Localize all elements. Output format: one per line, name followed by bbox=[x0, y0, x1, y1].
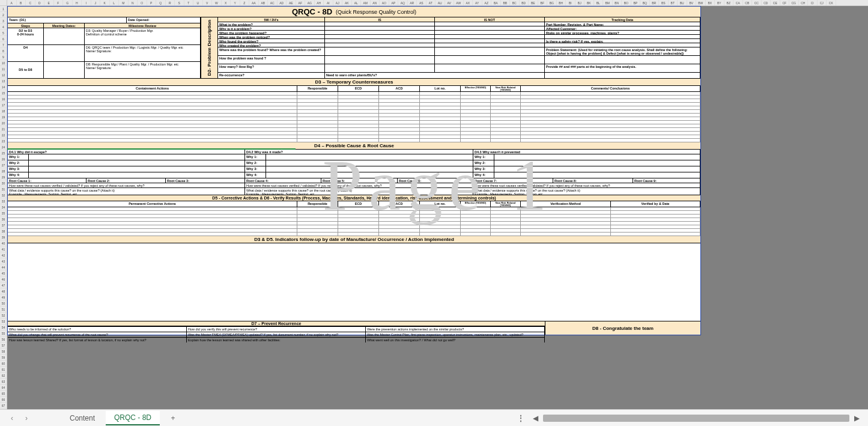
col-header[interactable]: Z bbox=[240, 0, 250, 5]
col-header[interactable]: L bbox=[110, 0, 120, 5]
col-header[interactable]: J bbox=[91, 0, 101, 5]
d4-ev3[interactable]: What data / evidence supports this cause… bbox=[473, 188, 700, 195]
col-header[interactable]: BG bbox=[547, 0, 557, 5]
col-header[interactable]: B bbox=[17, 0, 26, 5]
row-header[interactable]: 60 bbox=[0, 361, 7, 367]
row-header[interactable]: 38 bbox=[0, 228, 7, 234]
col-header[interactable]: CB bbox=[743, 0, 753, 5]
col-header[interactable]: BO bbox=[622, 0, 631, 5]
col-header[interactable]: BQ bbox=[640, 0, 650, 5]
d7-q2b[interactable]: Was the Master FMEA (DFMEA/PFMEA) update… bbox=[187, 332, 366, 337]
d4-rc9[interactable]: Root Cause 9: bbox=[633, 178, 700, 183]
col-header[interactable]: AA bbox=[249, 0, 259, 5]
row-header[interactable]: 50 bbox=[0, 300, 7, 306]
col-header[interactable]: W bbox=[212, 0, 222, 5]
d1-step3-desc[interactable]: D8: Responsible Mgr./ Plant / Quality Mg… bbox=[85, 62, 201, 78]
col-header[interactable]: BS bbox=[659, 0, 669, 5]
tab-nav-next[interactable]: › bbox=[20, 412, 32, 424]
row-header[interactable]: 67 bbox=[0, 403, 7, 409]
row-header[interactable]: 41 bbox=[0, 246, 7, 252]
row-header[interactable]: 25 bbox=[0, 150, 7, 156]
col-header[interactable]: CE bbox=[771, 0, 780, 5]
row-header[interactable]: 37 bbox=[0, 222, 7, 228]
row-header[interactable]: 58 bbox=[0, 348, 7, 354]
row-header[interactable]: 46 bbox=[0, 276, 7, 282]
row-header[interactable]: 55 bbox=[0, 330, 7, 336]
col-header[interactable]: AD bbox=[278, 0, 287, 5]
d1-step1[interactable]: D2 to D3 0-24 hours bbox=[8, 28, 44, 44]
col-header[interactable]: AS bbox=[417, 0, 426, 5]
d7-q1c[interactable]: Were the prevention actions implemented … bbox=[366, 327, 545, 332]
col-header[interactable]: AH bbox=[315, 0, 324, 5]
hscroll-left-icon[interactable]: ◀ bbox=[530, 414, 541, 422]
d1-step2-desc[interactable]: D6: QRQC team / Production Mgr. / Logist… bbox=[85, 45, 201, 61]
indicator-chart-area[interactable] bbox=[8, 243, 700, 321]
row-header[interactable]: 12 bbox=[0, 72, 7, 78]
row-header[interactable]: 45 bbox=[0, 270, 7, 276]
col-header[interactable]: AF bbox=[296, 0, 306, 5]
d7-q1a[interactable]: Who needs to be informed of the solution… bbox=[8, 327, 187, 332]
col-header[interactable]: AJ bbox=[333, 0, 343, 5]
row-header[interactable]: 40 bbox=[0, 240, 7, 246]
col-header[interactable]: AQ bbox=[398, 0, 408, 5]
row-header[interactable]: 52 bbox=[0, 312, 7, 318]
col-header[interactable]: AW bbox=[454, 0, 464, 5]
col-header[interactable]: AP bbox=[389, 0, 399, 5]
row-header[interactable]: 30 bbox=[0, 180, 7, 186]
row-header[interactable]: 8 bbox=[0, 48, 7, 54]
col-header[interactable]: AR bbox=[408, 0, 417, 5]
row-header[interactable]: 24 bbox=[0, 144, 7, 150]
tab-nav-prev[interactable]: ‹ bbox=[6, 412, 18, 424]
col-header[interactable]: AI bbox=[324, 0, 333, 5]
d7-q2c[interactable]: Was the Master Control Plan, first piece… bbox=[366, 332, 545, 337]
col-header[interactable]: BM bbox=[603, 0, 613, 5]
row-header[interactable]: 56 bbox=[0, 336, 7, 342]
row-header[interactable]: 17 bbox=[0, 102, 7, 108]
col-header[interactable]: BT bbox=[669, 0, 678, 5]
col-header[interactable]: CK bbox=[827, 0, 836, 5]
col-header[interactable]: BF bbox=[538, 0, 548, 5]
col-header[interactable]: CD bbox=[762, 0, 771, 5]
row-header[interactable]: 54 bbox=[0, 324, 7, 330]
col-header[interactable]: CF bbox=[780, 0, 790, 5]
d2-q-whyprob[interactable]: Why is it a problem? bbox=[218, 26, 325, 30]
col-header[interactable]: AK bbox=[342, 0, 352, 5]
row-header[interactable]: 29 bbox=[0, 174, 7, 180]
d2-q-how[interactable]: How the problem was found ? bbox=[218, 56, 325, 64]
row-header[interactable]: 4 bbox=[0, 24, 7, 30]
d2-q-when2[interactable]: When was the problem noticed? bbox=[218, 35, 325, 38]
d4-rc4[interactable]: Root Cause 4: bbox=[245, 178, 321, 183]
d1-step3[interactable]: D5 to D8 bbox=[8, 62, 44, 78]
col-header[interactable]: BL bbox=[594, 0, 604, 5]
col-header[interactable]: N bbox=[129, 0, 138, 5]
row-header[interactable]: 19 bbox=[0, 114, 7, 120]
tab-qrqc[interactable]: QRQC - 8D bbox=[106, 411, 160, 425]
col-header[interactable]: A bbox=[7, 0, 17, 5]
row-header[interactable]: 42 bbox=[0, 252, 7, 258]
row-header[interactable]: 28 bbox=[0, 168, 7, 174]
d2-q-reocc2[interactable]: Need to warn other plants/BU's? bbox=[325, 73, 545, 78]
d2-q-howmany[interactable]: How many? How Big? bbox=[218, 64, 325, 72]
col-header[interactable]: BN bbox=[613, 0, 622, 5]
col-header[interactable]: AU bbox=[436, 0, 445, 5]
col-header[interactable]: BI bbox=[566, 0, 575, 5]
col-header[interactable]: R bbox=[166, 0, 175, 5]
col-header[interactable]: CG bbox=[789, 0, 799, 5]
row-header[interactable]: 3 bbox=[0, 18, 7, 24]
col-header[interactable]: U bbox=[193, 0, 203, 5]
d7-q2a[interactable]: What did you change that will prevent re… bbox=[8, 332, 187, 337]
row-header[interactable]: 13 bbox=[0, 78, 7, 84]
add-sheet-button[interactable]: + bbox=[167, 412, 179, 424]
row-header[interactable]: 7 bbox=[0, 42, 7, 48]
d2-t-cust[interactable]: Affected Customer: bbox=[545, 26, 700, 30]
col-header[interactable]: AY bbox=[473, 0, 482, 5]
col-header[interactable]: BA bbox=[491, 0, 501, 5]
row-header[interactable]: 20 bbox=[0, 120, 7, 126]
col-header[interactable]: AX bbox=[464, 0, 473, 5]
col-header[interactable]: BC bbox=[510, 0, 520, 5]
col-header[interactable]: BY bbox=[715, 0, 724, 5]
team-label[interactable]: Team: (D1) bbox=[8, 17, 127, 23]
col-header[interactable]: E bbox=[44, 0, 54, 5]
row-header[interactable]: 66 bbox=[0, 397, 7, 403]
col-header[interactable]: F bbox=[54, 0, 64, 5]
